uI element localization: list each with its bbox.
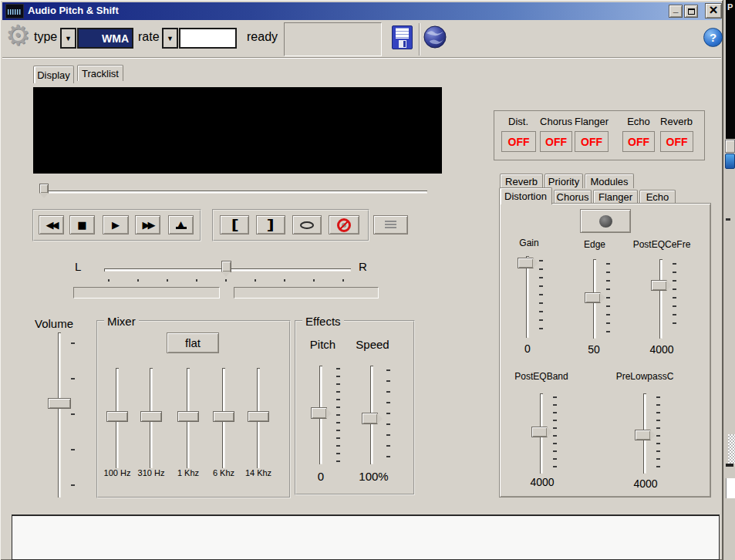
- minimize-button[interactable]: _: [669, 5, 683, 18]
- gain-ticks: [539, 260, 543, 336]
- eq-band-label: 14 Khz: [239, 468, 278, 477]
- tab-modules[interactable]: Modules: [585, 174, 634, 188]
- tab-priority[interactable]: Priority: [545, 174, 583, 188]
- gear-icon: ⚙: [5, 19, 30, 51]
- rewind-button[interactable]: ◀◀: [39, 215, 64, 234]
- type-value-field[interactable]: WMA: [77, 28, 133, 49]
- loop-off-button[interactable]: [329, 215, 359, 234]
- tab-echo[interactable]: Echo: [639, 190, 676, 204]
- tab-display[interactable]: Display: [33, 66, 74, 83]
- loop-end-button[interactable]: ]: [256, 215, 285, 234]
- rate-dropdown-button[interactable]: ▼: [162, 28, 178, 49]
- rate-value-field[interactable]: [179, 28, 237, 49]
- stop-icon: ■: [77, 219, 86, 231]
- balance-left-label: L: [75, 260, 81, 273]
- posteqband-slider-thumb[interactable]: [531, 427, 548, 437]
- posteqband-ticks: [553, 396, 557, 471]
- background-window-icon: [725, 153, 735, 169]
- fast-forward-button[interactable]: ▶▶: [135, 215, 160, 234]
- background-scrollbar: [728, 434, 735, 464]
- chorus-status-label: Chorus: [538, 116, 574, 127]
- distortion-enable-button[interactable]: [580, 209, 631, 233]
- speed-label: Speed: [353, 338, 392, 351]
- balance-slider-thumb[interactable]: [221, 261, 231, 272]
- tab-tracklist[interactable]: Tracklist: [77, 65, 123, 81]
- mixer-title: Mixer: [104, 315, 139, 328]
- waveform-display: [33, 87, 442, 174]
- volume-slider-thumb[interactable]: [48, 398, 71, 409]
- background-window-button: [725, 140, 735, 153]
- question-icon: ?: [710, 31, 716, 44]
- minimize-icon: _: [673, 3, 679, 14]
- eject-button[interactable]: ▲: [168, 215, 194, 234]
- edge-ticks: [606, 263, 610, 334]
- stop-button[interactable]: ■: [69, 215, 95, 234]
- posteqcefre-slider-thumb[interactable]: [651, 280, 667, 291]
- dist-status-label: Dist.: [500, 116, 537, 127]
- posteqcefre-label: PostEQCeFre: [632, 239, 691, 250]
- prelowpass-ticks: [656, 396, 660, 471]
- volume-slider-track[interactable]: [58, 332, 61, 498]
- titlebar[interactable]: Audio Pitch & Shift _ ×: [2, 2, 721, 20]
- posteqband-label: PostEQBand: [512, 371, 571, 382]
- balance-right-label: R: [359, 260, 367, 273]
- posteqcefre-value: 4000: [649, 343, 674, 356]
- window-title: Audio Pitch & Shift: [28, 5, 119, 16]
- loop-start-button[interactable]: [: [220, 215, 249, 234]
- speed-value: 100%: [356, 470, 391, 483]
- dropdown-arrow-icon: ▼: [167, 35, 174, 42]
- tab-chorus[interactable]: Chorus: [554, 190, 592, 204]
- gain-slider-thumb[interactable]: [518, 258, 534, 268]
- help-button[interactable]: ?: [703, 28, 723, 47]
- eq-1khz-thumb[interactable]: [177, 411, 199, 422]
- playlist-button[interactable]: [373, 215, 408, 234]
- close-icon: ×: [709, 2, 717, 19]
- tab-flanger[interactable]: Flanger: [593, 190, 638, 204]
- save-icon[interactable]: [392, 25, 413, 49]
- track-info-area: [12, 514, 720, 560]
- type-label: type: [34, 30, 57, 44]
- list-lines-icon: [385, 221, 396, 229]
- eq-14khz-thumb[interactable]: [248, 411, 269, 422]
- right-level-bar: [234, 287, 379, 299]
- loop-icon: [300, 221, 314, 229]
- posteqcefre-slider-track[interactable]: [659, 259, 663, 339]
- dist-status-badge: OFF: [501, 131, 536, 152]
- flat-button[interactable]: flat: [167, 332, 219, 353]
- gain-label: Gain: [512, 238, 546, 248]
- globe-icon[interactable]: [423, 25, 447, 49]
- effects-title: Effects: [302, 315, 344, 328]
- background-window-sliver: P: [723, 0, 735, 560]
- type-dropdown-button[interactable]: ▼: [60, 28, 76, 49]
- rate-label: rate: [138, 30, 160, 44]
- posteqband-value: 4000: [530, 476, 555, 488]
- eq-310hz-thumb[interactable]: [140, 411, 162, 422]
- left-level-bar: [73, 287, 220, 299]
- position-slider-track[interactable]: [48, 191, 427, 194]
- pitch-ticks: [336, 368, 340, 464]
- speed-slider-thumb[interactable]: [362, 413, 378, 424]
- message-panel: [284, 22, 382, 56]
- edge-slider-thumb[interactable]: [585, 292, 601, 303]
- tab-distortion[interactable]: Distortion: [499, 187, 552, 204]
- pitch-label: Pitch: [305, 338, 340, 351]
- maximize-button[interactable]: [684, 5, 698, 18]
- echo-status-label: Echo: [621, 116, 656, 127]
- position-slider-thumb[interactable]: [39, 184, 49, 194]
- eq-100hz-thumb[interactable]: [106, 411, 128, 422]
- waveform-app-icon: [5, 4, 24, 19]
- edge-value: 50: [585, 343, 602, 356]
- balance-ticks: [108, 279, 350, 282]
- reverb-status-badge: OFF: [660, 131, 693, 152]
- close-button[interactable]: ×: [705, 3, 722, 19]
- flanger-status-label: Flanger: [572, 116, 611, 127]
- play-button[interactable]: ▶: [103, 215, 129, 234]
- eq-band-label: 1 Khz: [169, 468, 207, 477]
- rewind-icon: ◀◀: [46, 219, 57, 231]
- tab-reverb[interactable]: Reverb: [500, 174, 543, 188]
- loop-toggle-button[interactable]: [292, 215, 322, 234]
- eq-6khz-thumb[interactable]: [213, 411, 234, 422]
- reverb-status-label: Reverb: [658, 116, 695, 127]
- pitch-slider-thumb[interactable]: [311, 407, 327, 419]
- prelowpass-slider-thumb[interactable]: [635, 430, 651, 440]
